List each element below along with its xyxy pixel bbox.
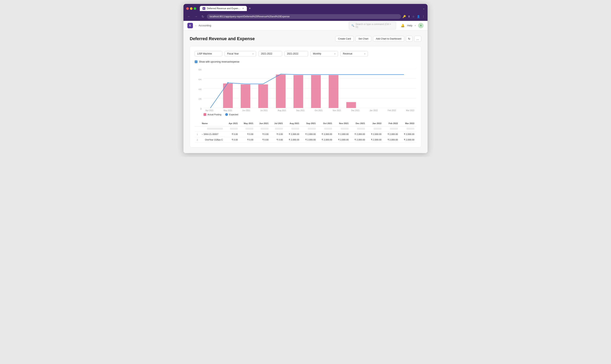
col-header-num [195, 121, 200, 126]
row-2-jul: ₹ 0.00 [270, 137, 285, 143]
type-filter[interactable]: Revenue ▾ [340, 51, 368, 56]
col-header-oct: Oct 2021 [318, 121, 334, 126]
browser-window: E Deferred Revenue and Expen… ✕ + ⌄ ← → … [184, 4, 427, 153]
x-label-jun: Jun 2021 [242, 109, 250, 112]
x-label-aug: Aug 2021 [278, 109, 286, 112]
legend-actual: Actual Posting [203, 113, 221, 116]
tab-favicon: E [202, 7, 205, 10]
bar-nov [329, 75, 338, 108]
star-icon[interactable]: ☆ [412, 15, 415, 18]
reload-button[interactable]: ↻ [200, 14, 205, 19]
tab-close-icon[interactable]: ✕ [242, 7, 244, 10]
address-bar[interactable] [207, 14, 401, 19]
row-2-nov: ₹ 2,000.00 [334, 137, 351, 143]
chart-svg [203, 69, 416, 108]
maximize-traffic-light[interactable] [194, 7, 196, 10]
col-header-sep: Sep 2021 [301, 121, 318, 126]
company-filter[interactable] [195, 51, 222, 56]
back-button[interactable]: ← [186, 14, 192, 19]
checkbox-row: ✓ Show with upcoming revenue/expense [195, 60, 416, 63]
x-label-dec: Dec 2021 [351, 109, 360, 112]
row-1-num: 1 [195, 132, 200, 137]
table-row: 1 ▾ SINV-21-00007 ₹ 0.00 ₹ 0.00 ₹ 0.00 ₹… [195, 132, 416, 137]
chart-x-labels: Apr 2021 May 2021 Jun 2021 Jul 2021 Aug … [203, 109, 416, 112]
forward-button[interactable]: → [193, 14, 199, 19]
set-chart-button[interactable]: Set Chart [356, 36, 372, 41]
show-upcoming-checkbox[interactable]: ✓ [195, 60, 198, 63]
bar-jul [258, 84, 268, 108]
y-label-2k: 2 K [195, 98, 201, 100]
bar-oct [311, 75, 321, 108]
row-1-name[interactable]: ▾ SINV-21-00007 [200, 132, 225, 137]
period-type-value: Fiscal Year [227, 52, 239, 55]
profile-icon[interactable]: 👤 [417, 15, 420, 18]
line-dot-may [227, 82, 228, 83]
legend-actual-dot [203, 113, 206, 116]
app-navbar: E › Accounting 🔍 Search or type a comman… [184, 21, 427, 30]
y-label-8k: 8 K [195, 69, 201, 71]
row-2-num: 2 [195, 137, 200, 143]
row-2-jun: ₹ 0.00 [255, 137, 270, 143]
breadcrumb-accounting[interactable]: Accounting [199, 24, 211, 27]
row-1-feb: ₹ 2,000.00 [384, 132, 400, 137]
col-header-jan: Jan 2022 [367, 121, 384, 126]
bar-dec [346, 102, 356, 108]
refresh-button[interactable]: ↻ [406, 36, 412, 42]
app-logo[interactable]: E [187, 23, 193, 28]
avatar[interactable]: A [418, 23, 424, 28]
search-bar[interactable]: 🔍 Search or type a command (Ctrl + G) [349, 22, 396, 29]
expected-line [210, 74, 404, 108]
more-options-button[interactable]: … [414, 36, 421, 42]
browser-toolbar: ← → ↻ 🔑 ⬆ ☆ 👤 ⋮ [184, 13, 427, 21]
skeleton-row [195, 126, 416, 132]
bar-aug [276, 75, 286, 108]
row-2-mar: ₹ 2,000.00 [400, 137, 416, 143]
col-header-name: Name [200, 121, 225, 126]
legend-expected-dot [225, 113, 228, 116]
row-1-collapse-icon[interactable]: ▾ [202, 133, 203, 135]
upload-icon: ⬆ [408, 15, 410, 18]
data-table: Name Apr 2021 May 2021 Jun 2021 Jul 2021… [195, 121, 416, 143]
row-1-aug: ₹ 2,000.00 [285, 132, 301, 137]
from-year-filter[interactable] [258, 51, 282, 56]
row-1-nov: ₹ 2,000.00 [334, 132, 351, 137]
row-2-apr: ₹ 0.00 [225, 137, 240, 143]
bar-jun [241, 84, 250, 108]
y-label-0: 0 [195, 108, 201, 110]
row-2-dec: ₹ 2,000.00 [351, 137, 367, 143]
notification-icon[interactable]: 🔔 [401, 24, 405, 27]
x-label-sep: Sep 2021 [296, 109, 305, 112]
bar-may [223, 83, 233, 108]
x-label-jul: Jul 2021 [260, 109, 268, 112]
frequency-filter[interactable]: Monthly ▾ [310, 51, 338, 56]
breadcrumb-separator: › [195, 24, 196, 27]
x-label-jan: Jan 2022 [370, 109, 378, 112]
key-icon: 🔑 [402, 15, 406, 18]
close-traffic-light[interactable] [186, 7, 189, 10]
add-chart-button[interactable]: Add Chart to Dashboard [373, 36, 404, 41]
period-type-filter[interactable]: Fiscal Year ▾ [225, 51, 256, 56]
table-header-row: Name Apr 2021 May 2021 Jun 2021 Jul 2021… [195, 121, 416, 126]
help-label[interactable]: Help [407, 24, 412, 27]
page-title: Deferred Revenue and Expense [190, 36, 255, 41]
minimize-traffic-light[interactable] [190, 7, 193, 10]
bar-sep [293, 75, 303, 108]
x-label-may: May 2021 [224, 109, 232, 112]
create-card-button[interactable]: Create Card [335, 36, 354, 41]
row-1-mar: ₹ 2,000.00 [400, 132, 416, 137]
y-label-4k: 4 K [195, 88, 201, 91]
col-header-jul: Jul 2021 [270, 121, 285, 126]
to-year-filter[interactable] [284, 51, 308, 56]
chevron-down-icon[interactable]: ⌄ [423, 7, 425, 10]
search-icon: 🔍 [351, 24, 354, 27]
active-tab[interactable]: E Deferred Revenue and Expen… ✕ [200, 6, 247, 11]
page-actions: Create Card Set Chart Add Chart to Dashb… [335, 36, 421, 42]
new-tab-icon[interactable]: + [248, 6, 252, 11]
chart-area: 8 K 6 K 4 K 2 K 0 [195, 69, 416, 116]
menu-icon[interactable]: ⋮ [422, 15, 425, 18]
tab-title: Deferred Revenue and Expen… [207, 7, 240, 10]
x-label-nov: Nov 2021 [333, 109, 341, 112]
col-header-mar: Mar 2022 [400, 121, 416, 126]
row-1-jul: ₹ 0.00 [270, 132, 285, 137]
show-upcoming-label: Show with upcoming revenue/expense [199, 60, 239, 63]
